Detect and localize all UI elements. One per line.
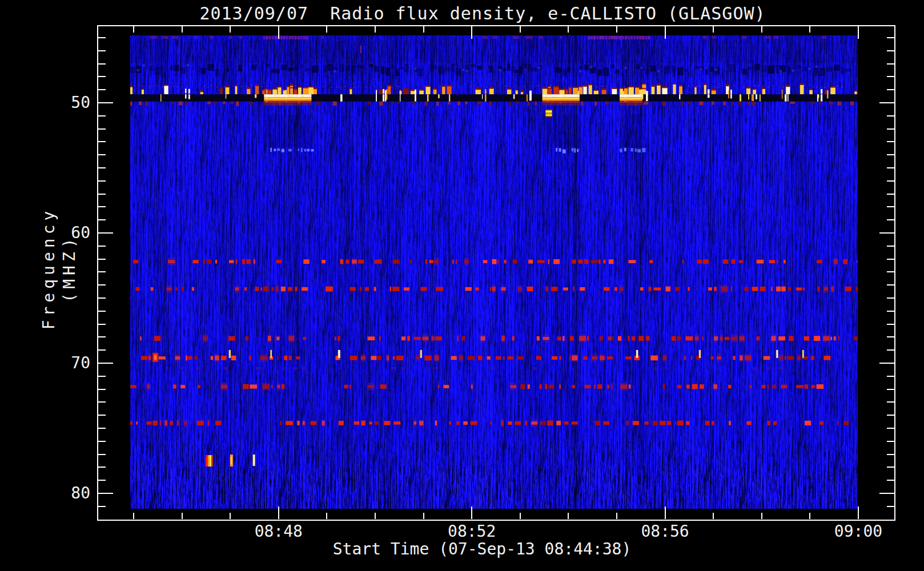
tick-mark [616,26,617,33]
tick-mark [375,26,376,33]
tick-mark [665,506,666,519]
tick-mark [423,513,424,519]
tick-mark [98,232,113,234]
tick-mark [568,513,569,519]
tick-mark [98,246,106,247]
tick-mark [471,26,472,39]
tick-mark [98,271,106,272]
tick-mark [887,76,894,77]
tick-mark [98,480,106,481]
tick-mark [375,513,376,519]
tick-mark [887,141,894,142]
x-tick-label: 09:00 [818,522,898,541]
y-tick-label: 70 [50,353,90,373]
tick-mark [887,506,894,507]
tick-mark [887,259,894,260]
tick-mark [98,76,106,77]
tick-mark [887,376,894,377]
tick-mark [887,401,894,403]
chart-title: 2013/09/07 Radio flux density, e-CALLIST… [83,3,882,25]
x-tick-label: 08:52 [432,522,512,541]
x-axis-title: Start Time (07-Sep-13 08:44:38) [196,539,768,560]
tick-mark [761,26,762,33]
tick-mark [665,26,666,39]
tick-mark [98,324,106,325]
tick-mark [879,232,894,234]
tick-mark [887,194,894,195]
tick-mark [98,401,106,403]
tick-mark [98,63,106,65]
tick-mark [887,37,894,38]
tick-mark [326,513,327,519]
tick-mark [98,493,113,494]
x-tick-label: 08:56 [625,522,705,541]
tick-mark [98,297,106,299]
tick-mark [98,428,106,429]
y-axis-title: Frequency (MHZ) [39,183,59,354]
tick-mark [887,324,894,325]
tick-mark [713,26,714,33]
tick-mark [887,271,894,272]
tick-mark [879,493,894,494]
tick-mark [98,363,113,364]
tick-mark [98,194,106,195]
tick-mark [98,37,106,38]
tick-mark [230,513,231,519]
tick-mark [98,311,106,312]
tick-mark [423,26,424,33]
tick-mark [98,167,106,168]
tick-mark [98,506,106,507]
tick-mark [887,441,894,442]
tick-mark [887,50,894,51]
tick-mark [98,154,106,155]
tick-mark [887,428,894,429]
tick-mark [887,297,894,299]
tick-mark [887,454,894,455]
tick-mark [133,513,134,519]
tick-mark [98,441,106,442]
tick-mark [887,389,894,390]
tick-mark [879,102,894,103]
tick-mark [761,513,762,519]
tick-mark [98,89,106,90]
tick-mark [98,50,106,51]
tick-mark [887,63,894,65]
tick-mark [887,180,894,182]
tick-mark [98,102,113,103]
tick-mark [520,513,521,519]
tick-mark [471,506,472,519]
tick-mark [326,26,327,33]
tick-mark [887,219,894,220]
tick-mark [278,26,279,39]
tick-mark [887,349,894,351]
tick-mark [230,26,231,33]
tick-mark [809,26,810,33]
tick-mark [887,154,894,155]
tick-mark [887,480,894,481]
tick-mark [98,349,106,351]
tick-mark [98,206,106,207]
tick-mark [887,128,894,130]
tick-mark [887,167,894,168]
tick-mark [616,513,617,519]
tick-mark [887,336,894,337]
tick-mark [98,376,106,377]
tick-mark [182,513,183,519]
y-tick-label: 80 [50,484,90,503]
tick-mark [887,115,894,116]
tick-mark [887,415,894,416]
tick-mark [98,115,106,116]
spectrogram-image [130,35,858,509]
tick-mark [98,415,106,416]
tick-mark [98,336,106,337]
tick-mark [98,141,106,142]
tick-mark [887,284,894,286]
tick-mark [879,363,894,364]
tick-mark [98,259,106,260]
tick-mark [98,467,106,468]
tick-mark [133,26,134,33]
tick-mark [98,454,106,455]
tick-mark [887,311,894,312]
tick-mark [713,513,714,519]
tick-mark [98,284,106,286]
